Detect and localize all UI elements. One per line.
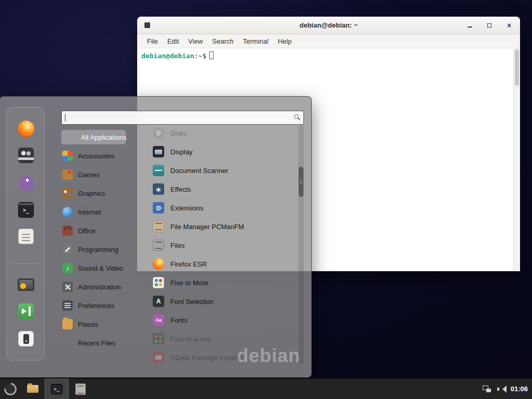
shutdown-button[interactable] (16, 328, 36, 349)
minimize-button[interactable] (465, 21, 474, 30)
category-label: Recent Files (78, 339, 115, 347)
terminal-scrollbar[interactable] (513, 48, 520, 271)
category-programming[interactable]: Programming (58, 240, 142, 259)
category-internet[interactable]: Internet (58, 203, 142, 221)
category-office[interactable]: Office (58, 221, 142, 240)
app-display[interactable]: Display (148, 142, 296, 161)
terminal-scrollbar-thumb[interactable] (515, 49, 519, 86)
network-icon[interactable] (483, 385, 491, 392)
category-label: Office (78, 227, 96, 235)
prompt-user-host: debian@debian (141, 52, 194, 60)
menu-terminal[interactable]: Terminal (238, 37, 273, 45)
category-all-applications[interactable]: All Applications (61, 130, 126, 144)
taskbar-files-button[interactable] (69, 379, 92, 399)
favorite-users[interactable] (16, 145, 36, 166)
application-menu: All Applications Accessories Games Graph… (0, 96, 312, 378)
app-label: Effects (170, 185, 191, 193)
menu-edit[interactable]: Edit (163, 37, 183, 45)
shutdown-icon (18, 331, 34, 347)
category-administration[interactable]: Administration (58, 277, 142, 296)
software-icon (18, 229, 34, 244)
app-extensions[interactable]: Extensions (148, 198, 296, 217)
app-label: Firefox ESR (170, 260, 207, 268)
close-button[interactable]: × (504, 21, 514, 30)
favorite-terminal[interactable] (16, 200, 36, 220)
menu-scrollbar[interactable] (298, 125, 304, 364)
application-list: Disks Display Document Scanner Effects E… (148, 124, 296, 367)
app-disks[interactable]: Disks (148, 124, 296, 142)
five-or-more-icon (153, 277, 164, 288)
category-preferences[interactable]: Preferences (58, 296, 142, 315)
category-label: Preferences (78, 302, 114, 310)
category-label: Places (78, 321, 98, 328)
category-label: All Applications (81, 134, 126, 141)
app-five-or-more[interactable]: Five or More (148, 273, 296, 292)
clock[interactable]: 01:06 (511, 385, 528, 393)
maximize-icon (487, 23, 491, 28)
favorite-firefox[interactable] (16, 118, 36, 139)
maximize-button[interactable] (485, 21, 494, 30)
fonts-icon (153, 314, 164, 326)
app-label: Font Selection (170, 298, 214, 305)
files-icon (153, 240, 164, 251)
app-label: Extensions (170, 204, 204, 212)
category-label: Internet (78, 208, 101, 216)
taskbar-terminal-button[interactable] (45, 379, 69, 399)
sound-video-icon (62, 263, 73, 273)
four-in-a-row-icon (153, 333, 164, 344)
terminal-icon (18, 202, 34, 218)
minimize-icon (468, 26, 472, 28)
app-file-manager-pcmanfm[interactable]: File Manager PCManFM (148, 217, 296, 236)
taskbar-file-manager-button[interactable] (21, 379, 45, 399)
app-label: Document Scanner (170, 167, 228, 175)
volume-icon[interactable] (497, 385, 504, 393)
category-accessories[interactable]: Accessories (58, 147, 142, 165)
app-label: File Manager PCManFM (170, 223, 244, 231)
terminal-menubar: File Edit View Search Terminal Help (137, 34, 520, 48)
app-files[interactable]: Files (148, 236, 296, 255)
app-label: Five or More (170, 279, 208, 287)
pidgin-icon (18, 175, 34, 192)
document-scanner-icon (153, 165, 164, 176)
menu-button[interactable] (0, 379, 21, 399)
category-graphics[interactable]: Graphics (58, 184, 142, 203)
files-icon (75, 383, 86, 395)
app-label: Fonts (170, 316, 188, 324)
accessories-icon (62, 151, 73, 161)
category-label: Administration (78, 283, 121, 291)
log-out-button[interactable] (16, 301, 36, 322)
category-sound-video[interactable]: Sound & Video (58, 259, 142, 277)
app-label: Files (170, 242, 184, 249)
window-list (21, 379, 92, 399)
app-fonts[interactable]: Fonts (148, 311, 296, 329)
app-font-selection[interactable]: Font Selection (148, 292, 296, 311)
app-document-scanner[interactable]: Document Scanner (148, 161, 296, 180)
app-effects[interactable]: Effects (148, 180, 296, 198)
menu-view[interactable]: View (183, 37, 207, 45)
category-games[interactable]: Games (58, 165, 142, 184)
desktop: debian@debian: ~ × File Edit View Search… (0, 0, 532, 399)
category-label: Games (78, 171, 100, 179)
office-icon (62, 225, 73, 236)
category-places[interactable]: Places (58, 315, 142, 334)
favorite-pidgin[interactable] (16, 173, 36, 194)
favorites-panel (6, 107, 45, 361)
menu-file[interactable]: File (142, 37, 163, 45)
system-tray: 01:06 (483, 379, 532, 399)
favorite-software[interactable] (16, 226, 36, 247)
font-selection-icon (153, 296, 164, 307)
terminal-titlebar[interactable]: debian@debian: ~ × (137, 17, 520, 34)
menu-help[interactable]: Help (273, 37, 297, 45)
menu-scrollbar-thumb[interactable] (299, 167, 303, 197)
prompt-path: :~$ (194, 52, 206, 60)
category-recent-files[interactable]: Recent Files (58, 334, 142, 352)
firefox-icon (18, 121, 34, 137)
menu-search[interactable]: Search (207, 37, 238, 45)
graphics-icon (62, 188, 73, 198)
app-firefox-esr[interactable]: Firefox ESR (148, 255, 296, 273)
lock-screen-button[interactable] (16, 274, 36, 295)
favorites-divider (12, 263, 39, 264)
file-manager-icon (27, 385, 38, 393)
search-input[interactable] (62, 111, 303, 124)
debian-watermark: debian (237, 345, 300, 367)
